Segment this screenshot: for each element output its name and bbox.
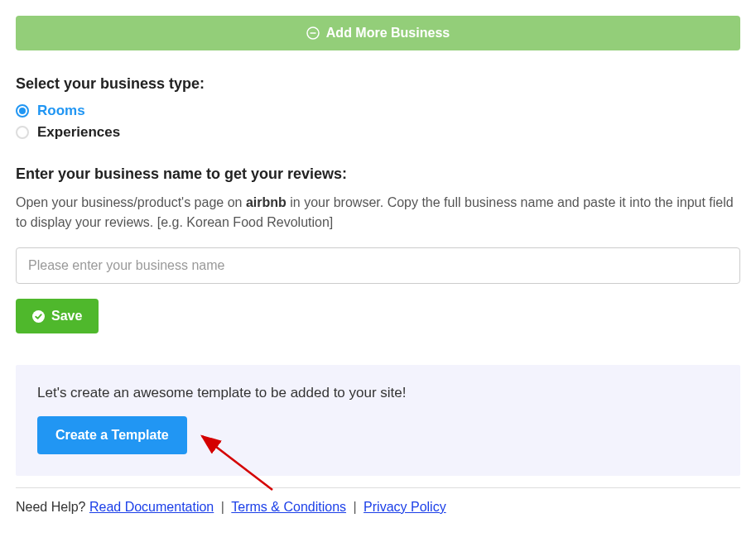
footer-link-docs[interactable]: Read Documentation [89,500,214,514]
save-button[interactable]: Save [16,299,99,333]
business-name-input[interactable] [16,247,740,284]
template-callout-text: Let's create an awesome template to be a… [37,385,719,401]
radio-experiences-label: Experiences [37,124,120,141]
radio-indicator-selected [16,104,29,118]
footer-separator: | [217,500,228,514]
business-name-heading: Enter your business name to get your rev… [16,165,740,183]
minus-circle-icon [306,26,320,40]
footer-link-privacy[interactable]: Privacy Policy [364,500,446,514]
add-more-business-button[interactable]: Add More Business [16,16,740,50]
template-callout: Let's create an awesome template to be a… [16,365,740,476]
create-template-button[interactable]: Create a Template [37,416,187,454]
radio-experiences[interactable]: Experiences [16,124,740,141]
radio-indicator-unselected [16,126,29,139]
radio-rooms[interactable]: Rooms [16,103,740,119]
business-type-radio-group: Rooms Experiences [16,103,740,141]
save-button-label: Save [51,309,82,324]
check-circle-icon [32,310,45,323]
radio-rooms-label: Rooms [37,103,85,119]
footer-separator: | [349,500,360,514]
business-name-help-text: Open your business/product's page on air… [16,193,740,233]
business-type-heading: Select your business type: [16,75,740,93]
add-more-business-label: Add More Business [326,26,450,41]
footer-link-terms[interactable]: Terms & Conditions [231,500,346,514]
create-template-label: Create a Template [55,428,169,442]
footer-help-text: Need Help? [16,500,89,514]
footer: Need Help? Read Documentation | Terms & … [16,487,740,515]
